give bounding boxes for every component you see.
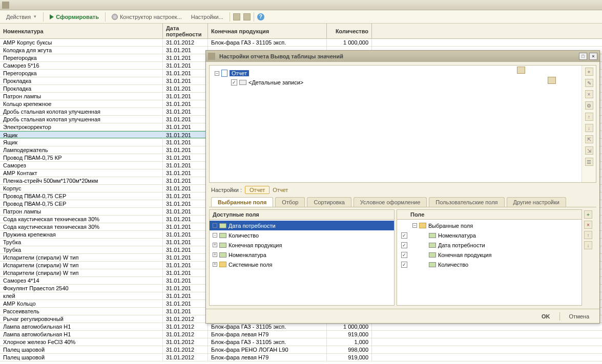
table-row[interactable]: АМР Корпус буксы31.01.2012Блок-фара ГАЗ … (0, 39, 602, 47)
expand-icon[interactable]: + (213, 262, 217, 267)
form-button[interactable]: Сформировать (47, 13, 102, 21)
settings-path[interactable]: Отчет (245, 186, 269, 194)
collapse-icon[interactable]: − (412, 223, 417, 228)
tree-area[interactable]: − Отчет ✓ <Детальные записи> (210, 66, 582, 182)
expand-icon[interactable]: - (213, 223, 217, 228)
cell-date: 31.01.201 (163, 262, 208, 269)
cell-nom: Сода каустическая техническая 30% (0, 223, 163, 230)
up-button[interactable]: ↑ (585, 113, 593, 121)
add-field-button[interactable]: + (584, 210, 592, 219)
ok-button[interactable]: OK (536, 312, 555, 320)
table-row[interactable]: Палец шаровой31.01.2012Блок-фара левая Н… (0, 354, 602, 361)
cell-date: 31.01.201 (163, 192, 208, 200)
designer-button[interactable]: Конструктор настроек... (109, 13, 185, 21)
down-button[interactable]: ↓ (585, 124, 593, 132)
field-down-button[interactable]: ↓ (584, 241, 592, 249)
field-up-button[interactable]: ↑ (584, 231, 592, 239)
cell-nom: Рассеиватель (0, 308, 163, 315)
col-product[interactable]: Конечная продукция (208, 24, 327, 38)
cell-nom: Ламподержатель (0, 146, 163, 154)
field-label: Количество (438, 262, 468, 268)
cell-nom: Саморез (0, 162, 163, 169)
col-nomenclature[interactable]: Номенклатура (0, 24, 163, 38)
action2-button[interactable]: ⇲ (585, 146, 593, 155)
available-fields: Доступные поля -Дата потребности-Количес… (209, 209, 395, 306)
tree-detail[interactable]: ✓ <Детальные записи> (213, 78, 578, 87)
cell-date: 31.01.201 (163, 177, 208, 184)
cell-nom: Саморез 4*14 (0, 277, 163, 284)
tab-2[interactable]: Сортировка (307, 197, 351, 207)
selected-item[interactable]: ✓Номенклатура (397, 230, 582, 240)
book-icon[interactable] (548, 77, 556, 84)
settings-path-row: Настройки : Отчет Отчет (209, 185, 596, 195)
tab-0[interactable]: Выбранные поля (211, 197, 273, 207)
gear-icon (112, 14, 118, 20)
field-icon (429, 252, 436, 258)
report-node: Отчет (230, 70, 249, 76)
play-icon (50, 14, 54, 19)
expand-icon[interactable]: - (213, 233, 217, 238)
field-label: Конечная продукция (438, 252, 491, 258)
selected-root[interactable]: −Выбранные поля (397, 221, 582, 230)
settings-sub: Отчет (273, 187, 288, 193)
field-label: Системные поля (229, 262, 273, 268)
cell-nom: Патрон лампы (0, 208, 163, 215)
tab-4[interactable]: Пользовательские поля (429, 197, 504, 207)
checkbox[interactable]: ✓ (401, 262, 407, 268)
settings-button[interactable]: Настройки... (188, 13, 226, 21)
cell-qty: 1 000,000 (327, 39, 372, 46)
cell-nom: Трубка (0, 246, 163, 253)
detail-label: <Детальные записи> (248, 79, 303, 85)
available-item[interactable]: +Номенклатура (210, 250, 394, 260)
table-row[interactable]: Палец шаровой31.01.2012Блок-фара РЕНО ЛО… (0, 346, 602, 354)
edit-button[interactable]: ✎ (585, 79, 593, 87)
col-date[interactable]: Дата потребности (163, 24, 208, 38)
maximize-button[interactable]: □ (579, 53, 587, 60)
tool-icon-2[interactable] (243, 13, 251, 20)
tab-5[interactable]: Другие настройки (507, 197, 566, 207)
remove-field-button[interactable]: × (584, 221, 592, 229)
expand-icon[interactable]: + (213, 252, 217, 257)
close-button[interactable]: × (589, 53, 597, 60)
selected-item[interactable]: ✓Количество (397, 260, 582, 269)
table-row[interactable]: Лампа автомобильная H131.01.2012Блок-фар… (0, 323, 602, 331)
available-item[interactable]: -Дата потребности (210, 221, 394, 230)
cell-nom: Трубка (0, 239, 163, 246)
collapse-icon[interactable]: − (215, 71, 219, 76)
cell-date: 31.01.201 (163, 200, 208, 207)
available-item[interactable]: +Конечная продукция (210, 240, 394, 250)
selected-body[interactable]: −Выбранные поля✓Номенклатура✓Дата потреб… (397, 220, 582, 305)
settings-dialog: Настройки отчета Вывод таблицы значений … (205, 50, 600, 324)
selected-item[interactable]: ✓Дата потребности (397, 240, 582, 250)
actions-menu[interactable]: Действия ▼ (3, 13, 40, 21)
prop-button[interactable]: ⚙ (585, 101, 593, 110)
checkbox[interactable]: ✓ (401, 242, 407, 248)
selected-item[interactable]: ✓Конечная продукция (397, 250, 582, 260)
add-button[interactable]: + (585, 68, 593, 76)
table-row[interactable]: Хлорное железо FeCl3 40%31.01.2012Блок-ф… (0, 338, 602, 346)
cancel-button[interactable]: Отмена (564, 312, 594, 320)
tab-3[interactable]: Условное оформление (354, 197, 427, 207)
available-header: Доступные поля (210, 210, 394, 220)
tool-icon-1[interactable] (233, 13, 240, 20)
fields-pane: Доступные поля -Дата потребности-Количес… (209, 209, 596, 306)
delete-button[interactable]: × (585, 90, 593, 98)
expand-icon[interactable]: + (213, 243, 217, 247)
tab-1[interactable]: Отбор (275, 197, 305, 207)
dialog-titlebar[interactable]: Настройки отчета Вывод таблицы значений … (206, 51, 599, 62)
action1-button[interactable]: ⇱ (585, 135, 593, 143)
action3-button[interactable]: ☰ (585, 158, 593, 166)
stack-icon[interactable] (517, 67, 525, 74)
checkbox[interactable]: ✓ (401, 252, 407, 258)
table-row[interactable]: Лампа автомобильная H131.01.2012Блок-фар… (0, 331, 602, 338)
available-body[interactable]: -Дата потребности-Количество+Конечная пр… (210, 220, 394, 305)
help-icon[interactable]: ? (257, 13, 264, 20)
cell-nom: АМР Кольцо (0, 300, 163, 307)
available-item[interactable]: +Системные поля (210, 260, 394, 269)
field-label: Номенклатура (438, 232, 476, 239)
checkbox-icon[interactable]: ✓ (231, 79, 237, 85)
checkbox[interactable]: ✓ (401, 232, 407, 239)
col-quantity[interactable]: Количество (327, 24, 372, 38)
available-item[interactable]: -Количество (210, 230, 394, 240)
cell-nom: клей (0, 292, 163, 299)
